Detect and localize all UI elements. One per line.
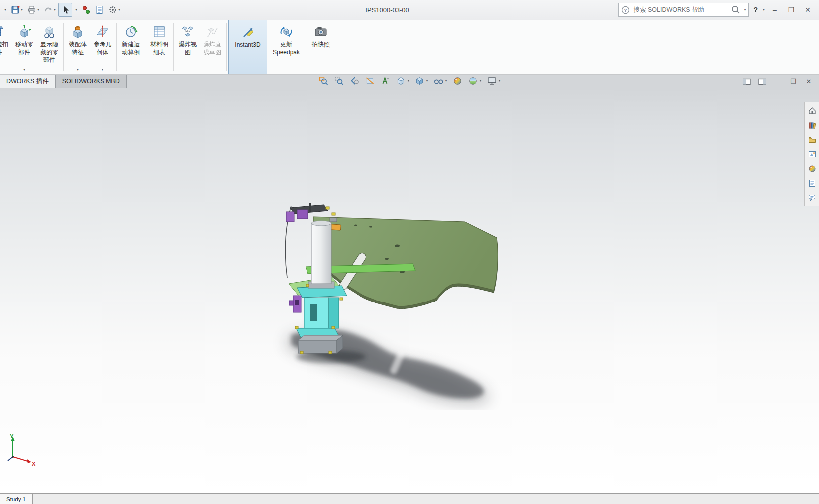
svg-text:?: ? [624,7,627,13]
ribbon-button-bill-of-materials[interactable]: 材料明细表 [147,20,172,74]
help-circle-icon: ? [621,6,630,14]
document-list-icon [95,5,104,15]
restore-button[interactable]: ❐ [785,3,798,16]
ribbon-button-reference-geometry[interactable]: 参考几何体 ▾ [90,20,115,74]
title-bar: ▾ ▾ ▾ ▾ ▾ [0,0,819,20]
view-settings-button[interactable]: ▾ [487,75,501,86]
help-caret-icon[interactable]: ▾ [763,8,765,12]
save-icon [10,5,20,15]
annotation-views-button[interactable] [380,75,391,86]
new-motion-study-icon [124,24,138,39]
caret-down-icon: ▾ [75,8,77,12]
view-orientation-button[interactable]: ▾ [395,75,410,86]
display-style-button[interactable]: ▾ [414,75,428,86]
instant3d-icon [241,25,255,40]
tab-solidworks-addins[interactable]: DWORKS 插件 [0,74,56,88]
caret-down-icon[interactable]: ▾ [102,68,103,73]
ribbon-button-smart-fasteners[interactable]: 智能扣件 ▾ [0,20,12,74]
forum-chat-icon [808,193,817,202]
view-palette-icon [808,150,817,159]
zoom-to-fit-button[interactable] [318,75,329,86]
graphics-viewport[interactable]: Y X [0,88,819,494]
document-close-button[interactable]: ✕ [804,76,813,88]
ribbon-separator [145,23,145,71]
search-icon[interactable] [731,5,741,15]
gray-base-block[interactable] [298,335,343,353]
ribbon-button-show-hidden-components[interactable]: 显示隐藏的零部件 [37,20,62,74]
options-button[interactable]: ▾ [106,2,122,17]
close-button[interactable]: ✕ [801,3,814,16]
select-tool-toggle[interactable] [58,3,72,17]
ribbon-button-exploded-view[interactable]: 爆炸视图 [175,20,200,74]
search-input[interactable] [632,6,728,14]
edit-appearance-button[interactable] [452,75,463,86]
task-pane-tabs [804,102,819,206]
ribbon-button-take-snapshot[interactable]: 拍快照 [308,20,333,74]
caret-down-icon[interactable]: ▾ [54,8,56,12]
ribbon-button-new-motion-study[interactable]: 新建运动算例 [118,20,143,74]
zoom-to-fit-icon [318,76,328,86]
select-tool-flyout[interactable]: ▾ [73,2,79,17]
evaluate-document-button[interactable] [94,2,105,17]
caret-down-icon[interactable]: ▾ [118,8,120,12]
search-scope-caret-icon[interactable]: ▾ [744,8,746,12]
minimize-button[interactable]: – [768,3,781,16]
purple-clamp-part[interactable] [289,296,301,312]
caret-down-icon[interactable]: ▾ [37,8,39,12]
taskpane-file-explorer-button[interactable] [806,133,819,146]
caret-down-icon[interactable]: ▾ [21,8,23,12]
snapshot-camera-icon [314,24,328,39]
solidworks-window: ▾ ▾ ▾ ▾ ▾ [0,0,819,504]
command-manager-ribbon: 智能扣件 ▾ 移动零部件 ▾ 显示隐藏的零部件 装配体特征 ▾ [0,20,819,75]
motion-study-tab[interactable]: Study 1 [0,494,33,504]
select-arrow-icon [61,5,70,15]
assembly-3d-model[interactable] [261,202,515,410]
hide-show-items-icon [433,76,443,86]
caret-down-icon: ▾ [426,79,428,83]
undo-button[interactable]: ▾ [42,2,57,17]
tab-solidworks-mbd[interactable]: SOLIDWORKS MBD [56,74,127,88]
design-library-icon [808,121,817,130]
appearances-sphere-icon [808,164,817,173]
taskpane-appearances-button[interactable] [806,162,819,175]
section-view-button[interactable] [364,75,375,86]
ribbon-button-assembly-features[interactable]: 装配体特征 ▾ [65,20,90,74]
taskpane-custom-properties-button[interactable] [806,177,819,190]
previous-view-button[interactable] [349,75,360,86]
title-bar-right: ? ▾ ? ▾ – ❐ ✕ [618,3,819,17]
taskpane-design-library-button[interactable] [806,119,819,132]
interference-check-button[interactable] [80,2,93,17]
ribbon-button-instant3d[interactable]: Instant3D [228,20,267,74]
search-box[interactable]: ? ▾ [618,3,749,17]
ribbon-button-update-speedpak[interactable]: 更新Speedpak [267,20,305,74]
document-window-controls: – ❐ ✕ [742,75,813,88]
gear-icon [108,5,118,15]
status-bar: Study 1 [0,493,819,504]
caret-down-icon: ▾ [445,79,447,83]
y-axis-label: Y [10,433,14,439]
caret-down-icon[interactable]: ▾ [0,68,0,73]
pane-right-icon[interactable] [758,78,767,86]
zoom-to-area-button[interactable] [333,75,344,86]
hide-show-items-button[interactable]: ▾ [433,75,447,86]
taskpane-forum-button[interactable] [806,191,819,204]
assembly-features-icon [71,24,85,39]
taskpane-view-palette-button[interactable] [806,148,819,161]
taskpane-home-button[interactable] [806,104,819,117]
caret-down-icon[interactable]: ▾ [77,68,79,73]
apply-scene-button[interactable]: ▾ [468,75,482,86]
save-button[interactable]: ▾ [9,2,24,17]
display-style-icon [414,76,424,86]
help-button[interactable]: ? [752,6,759,14]
pane-left-icon[interactable] [742,78,751,86]
pneumatic-cylinder-part[interactable] [308,221,334,288]
caret-down-icon[interactable]: ▾ [23,68,25,73]
ribbon-separator [226,23,227,71]
move-component-icon [17,24,31,39]
qat-customize-button[interactable]: ▾ [2,2,8,17]
view-settings-monitor-icon [487,76,497,86]
document-minimize-button[interactable]: – [773,76,782,88]
document-restore-button[interactable]: ❐ [789,76,798,88]
print-button[interactable]: ▾ [25,2,41,17]
ribbon-button-move-component[interactable]: 移动零部件 ▾ [12,20,37,74]
